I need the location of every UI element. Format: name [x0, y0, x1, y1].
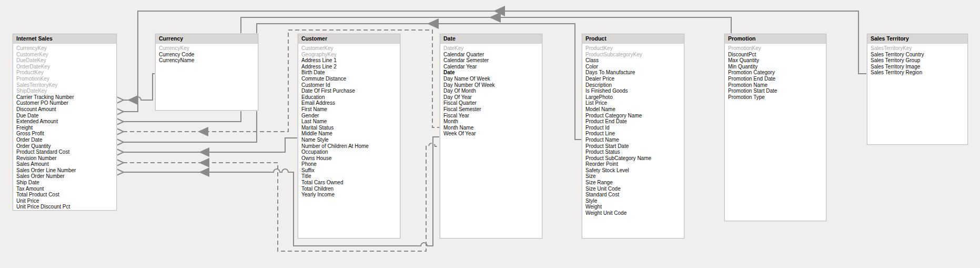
column-gross-profit[interactable]: Gross Profit [16, 131, 116, 137]
column-product-line[interactable]: Product Line [585, 131, 684, 137]
column-carrier-tracking-number[interactable]: Carrier Tracking Number [16, 94, 116, 101]
column-salesterritorykey[interactable]: SalesTerritoryKey [871, 45, 967, 52]
column-total-children[interactable]: Total Children [301, 186, 400, 192]
column-dealer-price[interactable]: Dealer Price [585, 76, 684, 82]
column-sales-order-line-number[interactable]: Sales Order Line Number [16, 167, 116, 174]
table-header-customer[interactable]: Customer [298, 34, 400, 44]
column-description[interactable]: Description [585, 82, 684, 88]
column-calendar-semester[interactable]: Calendar Semester [443, 57, 542, 64]
column-unit-price[interactable]: Unit Price [16, 198, 116, 204]
column-product-name[interactable]: Product Name [585, 137, 684, 143]
column-marital-status[interactable]: Marital Status [301, 125, 400, 131]
column-number-of-children-at-home[interactable]: Number of Children At Home [301, 143, 400, 150]
column-weight[interactable]: Weight [585, 204, 684, 210]
column-days-to-manufacture[interactable]: Days To Manufacture [585, 70, 684, 76]
column-promotion-type[interactable]: Promotion Type [728, 94, 826, 101]
column-title[interactable]: Title [301, 173, 400, 180]
table-header-product[interactable]: Product [582, 34, 684, 44]
column-address-line-2[interactable]: Address Line 2 [301, 64, 400, 70]
column-yearly-income[interactable]: Yearly Income [301, 192, 400, 198]
column-color[interactable]: Color [585, 64, 684, 70]
column-tax-amount[interactable]: Tax Amount [16, 186, 116, 192]
column-gender[interactable]: Gender [301, 113, 400, 119]
column-shipdatekey[interactable]: ShipDateKey [16, 88, 116, 94]
column-week-of-year[interactable]: Week Of Year [443, 131, 542, 137]
column-month-name[interactable]: Month Name [443, 125, 542, 131]
column-datekey[interactable]: DateKey [443, 45, 542, 52]
column-sales-territory-country[interactable]: Sales Territory Country [871, 52, 967, 58]
column-phone[interactable]: Phone [301, 161, 400, 167]
column-birth-date[interactable]: Birth Date [301, 70, 400, 76]
column-product-category-name[interactable]: Product Category Name [585, 113, 684, 119]
column-commute-distance[interactable]: Commute Distance [301, 76, 400, 82]
column-duedatekey[interactable]: DueDateKey [16, 57, 116, 64]
column-is-finished-goods[interactable]: Is Finished Goods [585, 88, 684, 94]
column-month[interactable]: Month [443, 118, 542, 125]
column-weight-unit-code[interactable]: Weight Unit Code [585, 210, 684, 216]
column-extended-amount[interactable]: Extended Amount [16, 118, 116, 125]
column-fiscal-quarter[interactable]: Fiscal Quarter [443, 100, 542, 106]
column-middle-name[interactable]: Middle Name [301, 131, 400, 137]
column-customer-po-number[interactable]: Customer PO Number [16, 100, 116, 106]
column-date-of-first-purchase[interactable]: Date Of First Purchase [301, 88, 400, 94]
column-product-end-date[interactable]: Product End Date [585, 118, 684, 125]
column-max-quantity[interactable]: Max Quantity [728, 57, 826, 64]
column-discountpct[interactable]: DiscountPct [728, 52, 826, 58]
column-currencykey[interactable]: CurrencyKey [159, 45, 258, 52]
column-unit-price-discount-pct[interactable]: Unit Price Discount Pct [16, 204, 116, 210]
column-calendar-quarter[interactable]: Calendar Quarter [443, 52, 542, 58]
column-size-unit-code[interactable]: Size Unit Code [585, 186, 684, 192]
column-calendar-year[interactable]: Calendar Year [443, 64, 542, 70]
column-order-date[interactable]: Order Date [16, 137, 116, 143]
column-occupation[interactable]: Occupation [301, 149, 400, 155]
column-customer-id[interactable]: Customer Id [301, 82, 400, 88]
table-header-sales-territory[interactable]: Sales Territory [867, 34, 967, 44]
column-promotionkey[interactable]: PromotionKey [16, 76, 116, 82]
column-sales-territory-image[interactable]: Sales Territory Image [871, 64, 967, 70]
column-productkey[interactable]: ProductKey [16, 70, 116, 76]
column-product-status[interactable]: Product Status [585, 149, 684, 155]
column-ship-date[interactable]: Ship Date [16, 180, 116, 186]
column-class[interactable]: Class [585, 57, 684, 64]
column-size-range[interactable]: Size Range [585, 180, 684, 186]
column-sales-amount[interactable]: Sales Amount [16, 161, 116, 167]
column-productsubcategorykey[interactable]: ProductSubcategoryKey [585, 52, 684, 58]
column-currency-code[interactable]: Currency Code [159, 52, 258, 58]
column-geographykey[interactable]: GeographyKey [301, 52, 400, 58]
column-day-of-month[interactable]: Day Of Month [443, 88, 542, 94]
column-total-product-cost[interactable]: Total Product Cost [16, 192, 116, 198]
column-sales-territory-group[interactable]: Sales Territory Group [871, 57, 967, 64]
column-promotion-category[interactable]: Promotion Category [728, 70, 826, 76]
column-education[interactable]: Education [301, 94, 400, 101]
column-currencykey[interactable]: CurrencyKey [16, 45, 116, 52]
table-header-currency[interactable]: Currency [156, 34, 258, 44]
column-product-start-date[interactable]: Product Start Date [585, 143, 684, 150]
column-promotion-end-date[interactable]: Promotion End Date [728, 76, 826, 82]
column-name-style[interactable]: Name Style [301, 137, 400, 143]
column-currencyname[interactable]: CurrencyName [159, 57, 258, 64]
column-min-quantity[interactable]: Min Quantity [728, 64, 826, 70]
column-product-subcategory-name[interactable]: Product SubCategory Name [585, 155, 684, 162]
column-address-line-1[interactable]: Address Line 1 [301, 57, 400, 64]
column-safety-stock-level[interactable]: Safety Stock Level [585, 167, 684, 174]
column-day-name-of-week[interactable]: Day Name Of Week [443, 76, 542, 82]
column-day-of-year[interactable]: Day Of Year [443, 94, 542, 101]
relationship-internet-sales-customer[interactable] [123, 138, 298, 152]
column-customerkey[interactable]: CustomerKey [301, 45, 400, 52]
table-header-date[interactable]: Date [440, 34, 542, 44]
column-promotionkey[interactable]: PromotionKey [728, 45, 826, 52]
column-total-cars-owned[interactable]: Total Cars Owned [301, 180, 400, 186]
table-header-internet-sales[interactable]: Internet Sales [13, 34, 116, 44]
column-email-address[interactable]: Email Address [301, 100, 400, 106]
column-fiscal-year[interactable]: Fiscal Year [443, 113, 542, 119]
column-owns-house[interactable]: Owns House [301, 155, 400, 162]
column-last-name[interactable]: Last Name [301, 118, 400, 125]
table-header-promotion[interactable]: Promotion [725, 34, 826, 44]
column-orderdatekey[interactable]: OrderDateKey [16, 64, 116, 70]
column-product-id[interactable]: Product Id [585, 125, 684, 131]
column-promotion-start-date[interactable]: Promotion Start Date [728, 88, 826, 94]
column-productkey[interactable]: ProductKey [585, 45, 684, 52]
column-list-price[interactable]: List Price [585, 100, 684, 106]
column-standard-cost[interactable]: Standard Cost [585, 192, 684, 198]
column-salesterritorykey[interactable]: SalesTerritoryKey [16, 82, 116, 88]
